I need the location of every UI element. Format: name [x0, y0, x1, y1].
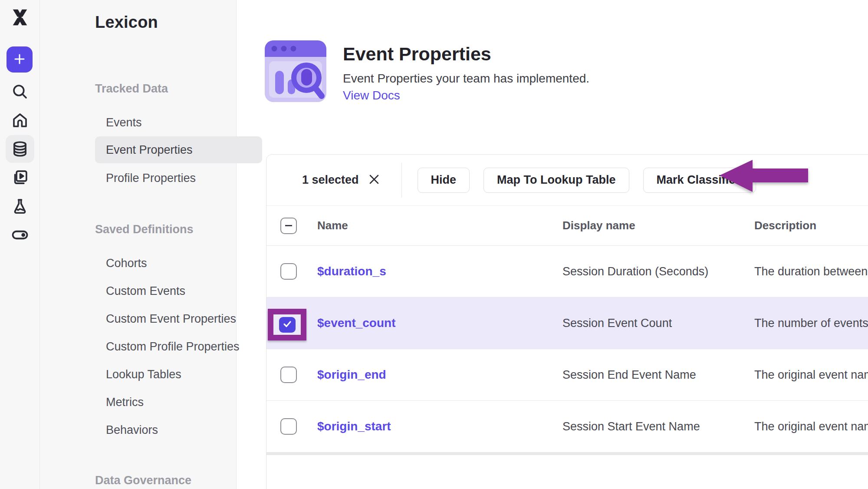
- sidebar-title: Lexicon: [95, 13, 158, 32]
- selection-count: 1 selected: [302, 173, 359, 187]
- property-display-name: Session Duration (Seconds): [562, 265, 754, 278]
- create-new-button[interactable]: [7, 46, 33, 73]
- mixpanel-logo[interactable]: [6, 6, 34, 29]
- sidebar-item-lookup-tables[interactable]: Lookup Tables: [106, 368, 181, 381]
- toolbar-divider: [401, 163, 402, 198]
- select-all-checkbox[interactable]: [280, 218, 297, 234]
- property-display-name: Session Start Event Name: [562, 420, 754, 433]
- column-header-name[interactable]: Name: [317, 219, 562, 232]
- sidebar-item-cohorts[interactable]: Cohorts: [106, 257, 147, 270]
- nav-rail: [0, 0, 40, 489]
- annotation-arrow: [716, 155, 809, 197]
- property-display-name: Session End Event Name: [562, 368, 754, 382]
- row-checkbox[interactable]: [280, 263, 297, 280]
- page-subtitle: Event Properties your team has implement…: [343, 72, 589, 86]
- table-section-divider: [266, 453, 868, 455]
- row-checkbox-checked[interactable]: [279, 317, 296, 333]
- column-header-display-name[interactable]: Display name: [562, 219, 754, 232]
- row-checkbox[interactable]: [280, 367, 297, 383]
- section-saved-definitions: Saved Definitions: [95, 223, 194, 236]
- section-data-governance: Data Governance: [95, 474, 191, 487]
- sidebar-item-custom-event-properties[interactable]: Custom Event Properties: [106, 312, 236, 326]
- data-management-icon[interactable]: [6, 135, 34, 163]
- map-to-lookup-table-button[interactable]: Map To Lookup Table: [483, 168, 629, 193]
- property-display-name: Session Event Count: [562, 317, 754, 330]
- sidebar-item-custom-events[interactable]: Custom Events: [106, 284, 185, 298]
- section-tracked-data: Tracked Data: [95, 82, 168, 96]
- table-row[interactable]: $duration_s Session Duration (Seconds) T…: [266, 246, 868, 297]
- table-row[interactable]: $origin_start Session Start Event Name T…: [266, 401, 868, 453]
- column-header-description[interactable]: Description: [754, 219, 868, 232]
- property-name-link[interactable]: $origin_start: [317, 420, 391, 433]
- sidebar-item-events[interactable]: Events: [106, 116, 142, 129]
- check-icon: [282, 319, 293, 331]
- property-description: The original event name: [754, 368, 868, 382]
- clear-selection-button[interactable]: [368, 174, 381, 187]
- boards-replay-icon[interactable]: [0, 164, 40, 192]
- table-row-selected[interactable]: $event_count Session Event Count The num…: [266, 297, 868, 349]
- experiments-flask-icon[interactable]: [0, 192, 40, 220]
- plus-icon: [13, 53, 26, 67]
- property-description: The duration between: [754, 265, 868, 278]
- hide-button[interactable]: Hide: [418, 168, 470, 193]
- home-icon[interactable]: [0, 106, 40, 134]
- property-description: The original event name: [754, 420, 868, 433]
- property-name-link[interactable]: $event_count: [317, 316, 396, 330]
- sidebar-item-metrics[interactable]: Metrics: [106, 396, 144, 409]
- annotation-highlight-box: [268, 309, 306, 340]
- row-checkbox[interactable]: [280, 418, 297, 435]
- sidebar-item-profile-properties[interactable]: Profile Properties: [106, 172, 196, 185]
- main-content: Event Properties Event Properties your t…: [237, 0, 868, 489]
- property-name-link[interactable]: $duration_s: [317, 264, 386, 278]
- sidebar-item-custom-profile-properties[interactable]: Custom Profile Properties: [106, 340, 240, 354]
- property-name-link[interactable]: $origin_end: [317, 368, 386, 381]
- search-icon[interactable]: [0, 78, 40, 106]
- event-properties-table-card: 1 selected Hide Map To Lookup Table Mark…: [266, 154, 868, 489]
- property-description: The number of events: [754, 317, 868, 330]
- sidebar-item-event-properties[interactable]: Event Properties: [95, 136, 262, 163]
- table-header-row: Name Display name Description: [266, 206, 868, 246]
- table-row[interactable]: $origin_end Session End Event Name The o…: [266, 349, 868, 401]
- sidebar-item-behaviors[interactable]: Behaviors: [106, 423, 158, 437]
- close-icon: [368, 174, 380, 186]
- view-docs-link[interactable]: View Docs: [343, 89, 400, 102]
- event-properties-product-icon: [265, 40, 326, 102]
- feature-flags-toggle-icon[interactable]: [0, 221, 40, 249]
- lexicon-sidebar: Lexicon Tracked Data Events Event Proper…: [40, 0, 237, 489]
- page-title: Event Properties: [343, 43, 491, 65]
